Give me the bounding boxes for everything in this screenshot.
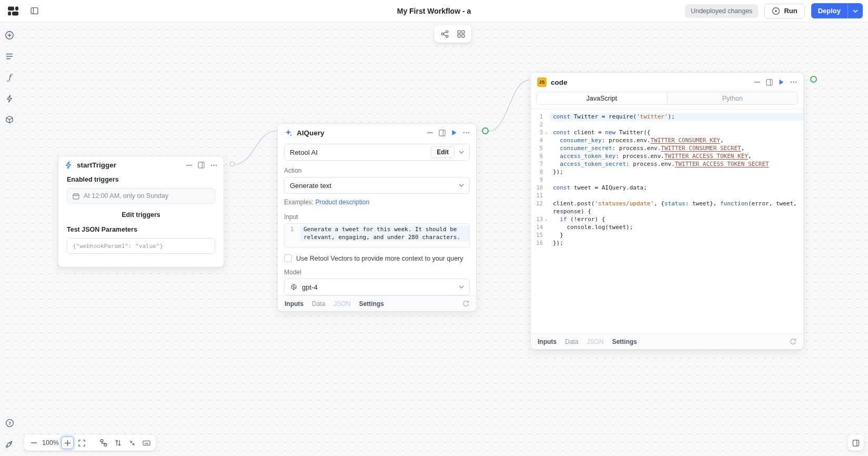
test-json-input[interactable] (67, 238, 215, 254)
line-number-gutter: 7 (531, 160, 550, 168)
share-graph-icon[interactable] (441, 30, 449, 38)
code-line-5[interactable]: 5 consumer_secret: process.env.TWITTER_C… (531, 144, 803, 152)
retool-logo[interactable] (7, 5, 19, 17)
code-line-4[interactable]: 4 consumer_key: process.env.TWITTER_CONS… (531, 136, 803, 144)
chevron-down-icon (459, 184, 464, 187)
code-line-9[interactable]: 9 (531, 176, 803, 184)
footer-tab-inputs[interactable]: Inputs (538, 338, 557, 345)
code-line-7[interactable]: 7 access_token_secret: process.env.TWITT… (531, 160, 803, 168)
minimize-icon[interactable] (186, 165, 192, 166)
code-line-3[interactable]: 3⌄const client = new Twitter({ (531, 128, 803, 136)
input-label: Input (284, 213, 470, 221)
code-language-tabs: JavaScriptPython (536, 92, 798, 105)
line-number-gutter: 13⌄ (531, 215, 550, 223)
collapse-all-button[interactable] (126, 437, 138, 449)
code-line-13[interactable]: 13⌄ if (!error) { (531, 215, 803, 223)
code-line-2[interactable]: 2 (531, 121, 803, 128)
deploy-button[interactable]: Deploy (811, 3, 863, 18)
expand-panel-icon[interactable] (439, 130, 446, 136)
run-node-icon[interactable] (779, 79, 784, 85)
footer-tab-data[interactable]: Data (565, 338, 578, 345)
footer-tab-inputs[interactable]: Inputs (285, 300, 304, 308)
footer-tab-json[interactable]: JSON (334, 300, 350, 308)
outline-icon[interactable] (5, 52, 14, 61)
right-panel-toggle-button[interactable] (848, 435, 864, 451)
edit-resource-button[interactable]: Edit (431, 146, 455, 158)
footer-tab-settings[interactable]: Settings (612, 338, 637, 345)
rocket-icon[interactable] (5, 439, 14, 449)
chevron-down-icon (459, 151, 464, 154)
edit-triggers-button[interactable]: Edit triggers (67, 211, 215, 219)
layout-grid-icon[interactable] (457, 30, 465, 38)
refresh-icon[interactable] (790, 338, 796, 345)
line-number-gutter: 8 (531, 168, 550, 176)
code-line-text: console.log(tweet); (550, 223, 803, 231)
more-options-icon[interactable] (463, 132, 470, 134)
test-json-label: Test JSON Parameters (67, 226, 215, 233)
tab-python[interactable]: Python (667, 92, 798, 104)
resources-cube-icon[interactable] (5, 115, 14, 124)
schedule-text: At 12:00 AM, only on Sunday (84, 192, 168, 200)
footer-tab-json[interactable]: JSON (587, 338, 603, 345)
minimize-icon[interactable] (754, 82, 760, 83)
minimize-icon[interactable] (427, 132, 433, 133)
aiquery-node-header[interactable]: AIQuery (278, 124, 476, 142)
more-options-icon[interactable] (210, 164, 217, 166)
auto-layout-button[interactable] (97, 437, 110, 449)
line-number-gutter: 12 (531, 200, 550, 207)
expand-panel-icon[interactable] (198, 162, 205, 168)
aiquery-node[interactable]: AIQuery Retool AI Edit Action Generate t… (277, 123, 477, 311)
code-line-text: if (!error) { (550, 215, 803, 223)
line-number-gutter: 11 (531, 192, 550, 200)
model-select[interactable]: gpt-4 (284, 279, 470, 295)
line-number-gutter: 16 (531, 239, 550, 247)
trigger-zap-icon[interactable] (5, 94, 14, 103)
run-button[interactable]: Run (764, 4, 804, 18)
deploy-dropdown-button[interactable] (847, 3, 863, 18)
start-trigger-node[interactable]: startTrigger Enabled triggers At 12:00 A… (58, 156, 224, 267)
code-line-6[interactable]: 6 access_token_key: process.env.TWITTER_… (531, 152, 803, 160)
code-line-text: access_token_secret: process.env.TWITTER… (550, 160, 803, 168)
code-line-11[interactable]: 11 (531, 192, 803, 200)
start-trigger-node-header[interactable]: startTrigger (58, 156, 224, 174)
code-output-connector[interactable] (810, 76, 817, 83)
function-icon[interactable]: ƒ (5, 73, 14, 82)
model-value: gpt-4 (302, 283, 318, 291)
code-node[interactable]: JS code JavaScriptPython 1const Twitter … (530, 72, 804, 350)
code-line-16[interactable]: 16}); (531, 239, 803, 247)
more-options-icon[interactable] (790, 81, 797, 83)
code-line-8[interactable]: 8}); (531, 168, 803, 176)
help-icon[interactable]: ? (5, 418, 14, 428)
footer-tab-data[interactable]: Data (312, 300, 325, 308)
keyboard-shortcuts-button[interactable] (140, 437, 153, 449)
code-line-12[interactable]: 12client.post('statuses/update', {status… (531, 200, 803, 215)
run-node-icon[interactable] (451, 130, 457, 136)
action-select[interactable]: Generate text (284, 177, 470, 194)
code-line-1[interactable]: 1const Twitter = require('twitter'); (531, 113, 803, 121)
ai-input-editor[interactable]: 1 Generate a tweet for this week. It sho… (284, 223, 470, 248)
resource-select[interactable]: Retool AI Edit (284, 144, 470, 161)
code-line-15[interactable]: 15 } (531, 231, 803, 239)
panel-toggle-icon[interactable] (29, 6, 39, 16)
vertical-arrange-button[interactable] (112, 437, 124, 449)
code-line-14[interactable]: 14 console.log(tweet); (531, 223, 803, 231)
refresh-icon[interactable] (462, 300, 469, 307)
add-block-icon[interactable] (5, 31, 14, 40)
tab-javascript[interactable]: JavaScript (537, 92, 667, 104)
fit-view-button[interactable] (75, 437, 88, 449)
aiquery-output-connector[interactable] (482, 127, 489, 134)
retool-vectors-checkbox[interactable] (284, 254, 292, 262)
schedule-trigger-row[interactable]: At 12:00 AM, only on Sunday (67, 188, 215, 204)
footer-tab-settings[interactable]: Settings (359, 300, 383, 308)
run-button-label: Run (784, 7, 797, 15)
zoom-in-button[interactable] (61, 437, 74, 449)
code-line-10[interactable]: 10const tweet = AIQuery.data; (531, 184, 803, 192)
examples-link[interactable]: Product description (315, 199, 369, 206)
zoom-out-button[interactable] (27, 437, 40, 449)
expand-panel-icon[interactable] (766, 79, 773, 86)
workflow-canvas[interactable]: startTrigger Enabled triggers At 12:00 A… (0, 22, 868, 456)
code-node-header[interactable]: JS code (531, 73, 803, 92)
zoom-level: 100% (42, 439, 59, 447)
code-editor[interactable]: 1const Twitter = require('twitter');2 3⌄… (531, 109, 803, 333)
starttrigger-output-connector[interactable] (230, 162, 235, 166)
